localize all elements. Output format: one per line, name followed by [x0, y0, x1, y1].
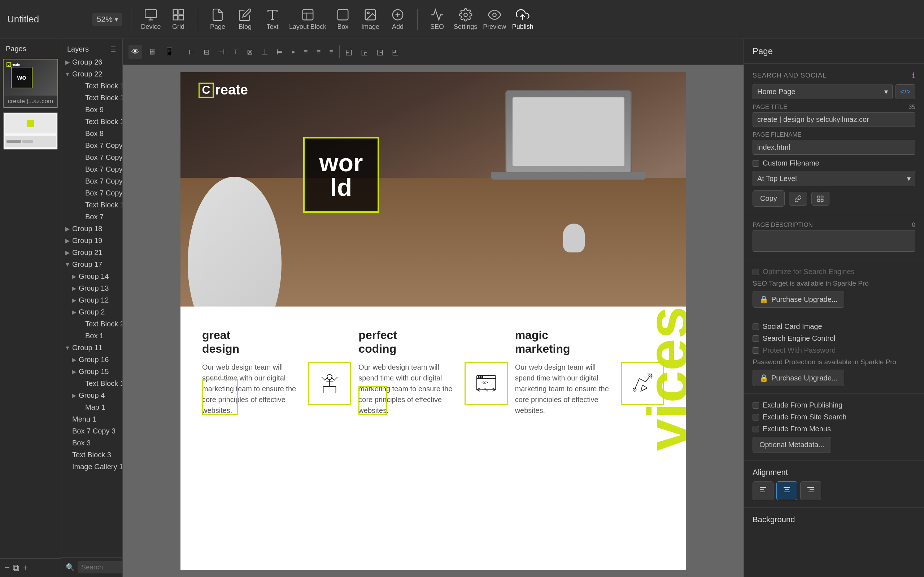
layer-box7c3b[interactable]: Box 7 Copy 3	[61, 425, 122, 437]
layer-imagegallery1[interactable]: Image Gallery 1	[61, 461, 122, 473]
desktop-view-icon[interactable]: 🖥	[145, 45, 159, 59]
layer-box7c4a[interactable]: Box 7 Copy 4	[61, 163, 122, 175]
align-top-spacing-btn[interactable]: ⊤	[230, 46, 241, 57]
exclude-site-search-checkbox[interactable]	[753, 414, 759, 421]
layer-map1[interactable]: Map 1	[61, 401, 122, 413]
code-btn[interactable]: </>	[895, 84, 915, 99]
align-bottom-btn[interactable]: ⊥	[259, 45, 271, 58]
arrange-front-btn[interactable]: ◰	[389, 45, 402, 58]
layer-group18[interactable]: ▶ Group 18	[61, 223, 122, 235]
distribute-v-btn[interactable]: ⊧	[288, 45, 298, 58]
custom-filename-checkbox[interactable]	[753, 160, 759, 167]
layer-box9[interactable]: Box 9	[61, 104, 122, 116]
purchase-upgrade-btn-2[interactable]: 🔒 Purchase Upgrade...	[753, 370, 844, 386]
layer-group15[interactable]: ▶ Group 15	[61, 366, 122, 377]
page-title-input[interactable]	[753, 112, 915, 127]
tablet-view-icon[interactable]: 📱	[162, 45, 177, 59]
layer-group26[interactable]: ▶ Group 26	[61, 56, 122, 68]
page-thumb-2[interactable]	[3, 112, 58, 150]
toolbar-seo-btn[interactable]: SEO	[426, 8, 448, 31]
align-left-edge-btn[interactable]: ⊢	[186, 45, 198, 58]
toolbar-layout-block-btn[interactable]: Layout Block	[289, 8, 326, 31]
info-icon[interactable]: ℹ	[912, 71, 915, 80]
distribute-h-btn[interactable]: ⊨	[274, 45, 286, 58]
protect-checkbox[interactable]	[753, 347, 759, 354]
align-text-left-btn[interactable]: ≡	[300, 45, 311, 58]
page-thumb-1[interactable]: Create wo create |...az.com	[3, 59, 58, 108]
toolbar-blog-btn[interactable]: Blog	[234, 8, 256, 31]
arrange-forward-btn[interactable]: ◳	[373, 45, 386, 58]
zoom-control[interactable]: 52% ▾	[92, 13, 122, 26]
layer-textblock14[interactable]: Text Block 14	[61, 92, 122, 104]
layer-textblock13[interactable]: Text Block 13	[61, 116, 122, 128]
align-center-btn[interactable]	[776, 482, 797, 500]
layer-menu1[interactable]: Menu 1	[61, 413, 122, 425]
page-description-textarea[interactable]	[753, 230, 915, 252]
toolbar-settings-btn[interactable]: Settings	[454, 8, 477, 31]
link-icon-btn[interactable]	[789, 192, 807, 206]
layer-group12[interactable]: ▶ Group 12	[61, 294, 122, 306]
toolbar-page-btn[interactable]: Page	[207, 8, 228, 31]
align-center-h-btn[interactable]: ⊟	[201, 45, 213, 58]
layer-textblock20[interactable]: Text Block 20	[61, 318, 122, 330]
layer-box3[interactable]: Box 3	[61, 437, 122, 449]
search-engine-checkbox[interactable]	[753, 335, 759, 342]
layer-box7c6[interactable]: Box 7 Copy 6	[61, 140, 122, 152]
layer-box8[interactable]: Box 8	[61, 128, 122, 140]
align-text-center-btn[interactable]: ≡	[313, 45, 324, 58]
toolbar-box-btn[interactable]: Box	[332, 8, 354, 31]
layers-options-icon[interactable]	[108, 45, 116, 53]
align-text-right-btn[interactable]: ≡	[326, 45, 336, 58]
align-left-btn[interactable]	[753, 482, 774, 500]
canvas-scroll[interactable]: C reate world greatdesign	[123, 65, 743, 577]
toolbar-preview-btn[interactable]: Preview	[483, 8, 506, 31]
layer-textblock11[interactable]: Text Block 11	[61, 80, 122, 92]
layer-textblock12[interactable]: Text Block 12	[61, 199, 122, 211]
layer-box7[interactable]: Box 7	[61, 211, 122, 223]
page-filename-input[interactable]	[753, 140, 915, 155]
layer-group17[interactable]: ▼ Group 17	[61, 259, 122, 271]
at-top-level-dropdown[interactable]: At Top Level ▾	[753, 171, 915, 186]
arrange-back-btn[interactable]: ◱	[342, 45, 355, 58]
layer-group2[interactable]: ▶ Group 2	[61, 306, 122, 318]
layer-group19[interactable]: ▶ Group 19	[61, 235, 122, 247]
layer-box7c5[interactable]: Box 7 Copy 5	[61, 152, 122, 163]
optimize-checkbox[interactable]	[753, 269, 759, 275]
layer-group22[interactable]: ▼ Group 22	[61, 68, 122, 80]
toolbar-publish-btn[interactable]: Publish	[512, 8, 533, 31]
layer-group13[interactable]: ▶ Group 13	[61, 282, 122, 294]
align-middle-v-btn[interactable]: ⊠	[244, 45, 256, 58]
toolbar-device-btn[interactable]: Device	[140, 8, 162, 31]
toolbar-image-btn[interactable]: Image	[360, 8, 381, 31]
add-page-btn[interactable]: +	[23, 562, 28, 574]
layer-group16[interactable]: ▶ Group 16	[61, 354, 122, 366]
toolbar-add-btn[interactable]: Add	[387, 8, 409, 31]
layer-textblock16[interactable]: Text Block 16...	[61, 377, 122, 390]
layer-box1[interactable]: Box 1	[61, 330, 122, 342]
layer-group4[interactable]: ▶ Group 4	[61, 390, 122, 401]
duplicate-page-btn[interactable]: ⧉	[13, 562, 19, 574]
toolbar-text-btn[interactable]: Text	[262, 8, 283, 31]
layer-textblock3[interactable]: Text Block 3	[61, 449, 122, 461]
layer-box7c4b[interactable]: Box 7 Copy 4	[61, 175, 122, 187]
world-box[interactable]: world	[303, 137, 379, 213]
eye-view-icon[interactable]: 👁	[129, 45, 142, 59]
layer-group14[interactable]: ▶ Group 14	[61, 271, 122, 282]
layer-box7c3[interactable]: Box 7 Copy 3	[61, 187, 122, 199]
grid-icon-btn[interactable]	[811, 192, 829, 206]
align-right-edge-btn[interactable]: ⊣	[215, 45, 228, 58]
toolbar-grid-btn[interactable]: Grid	[168, 8, 189, 31]
purchase-upgrade-btn-1[interactable]: 🔒 Purchase Upgrade...	[753, 291, 844, 308]
social-card-checkbox[interactable]	[753, 324, 759, 330]
home-page-dropdown[interactable]: Home Page ▾	[753, 84, 893, 99]
optional-metadata-btn[interactable]: Optional Metadata...	[753, 437, 831, 453]
search-input[interactable]	[78, 561, 122, 574]
layer-group21[interactable]: ▶ Group 21	[61, 247, 122, 259]
exclude-menus-checkbox[interactable]	[753, 426, 759, 432]
align-right-btn[interactable]	[800, 482, 821, 500]
arrange-backward-btn[interactable]: ◲	[358, 45, 371, 58]
delete-page-btn[interactable]: −	[4, 562, 10, 574]
layer-group11[interactable]: ▼ Group 11	[61, 342, 122, 354]
exclude-publishing-checkbox[interactable]	[753, 402, 759, 409]
copy-btn[interactable]: Copy	[753, 190, 785, 206]
